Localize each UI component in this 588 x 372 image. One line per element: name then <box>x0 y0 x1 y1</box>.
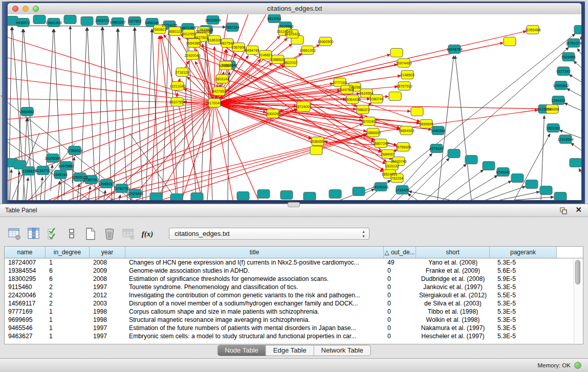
graph-node[interactable] <box>540 186 552 195</box>
table-cell[interactable]: Stergiakouli et al. (2012) <box>416 291 490 299</box>
table-cell[interactable]: 9699695 <box>5 316 46 324</box>
graph-node[interactable] <box>574 26 581 34</box>
graph-node[interactable] <box>389 92 401 101</box>
table-cell[interactable]: 5.9E-5 <box>490 275 557 283</box>
table-cell[interactable]: Embryonic stem cells: a model to study s… <box>125 332 384 340</box>
select-all-columns-button[interactable] <box>46 227 59 240</box>
table-cell[interactable]: 9463627 <box>5 332 46 340</box>
table-cell[interactable]: 1997 <box>90 324 125 332</box>
table-cell[interactable]: 1 <box>46 308 90 316</box>
graph-node[interactable] <box>526 180 538 189</box>
column-header-name[interactable]: name <box>5 247 46 258</box>
table-cell[interactable]: Jankovic et al. (1997) <box>416 283 490 291</box>
table-cell[interactable]: Investigating the contribution of common… <box>125 291 384 299</box>
import-table-button[interactable] <box>122 227 135 240</box>
show-column-button[interactable] <box>27 227 40 240</box>
table-cell[interactable]: 0 <box>384 324 416 332</box>
column-header-short[interactable]: short <box>416 247 490 258</box>
table-cell[interactable]: Tibbo et al. (1998) <box>416 308 490 316</box>
graph-node[interactable] <box>257 190 270 199</box>
table-cell[interactable]: 1998 <box>90 308 125 316</box>
table-cell[interactable]: 19384554 <box>5 267 46 275</box>
table-cell[interactable]: 6 <box>46 275 90 283</box>
graph-node[interactable] <box>554 192 567 201</box>
table-cell[interactable]: 22420046 <box>5 291 46 299</box>
table-cell[interactable]: 9465546 <box>5 324 46 332</box>
graph-node[interactable] <box>448 149 460 158</box>
table-cell[interactable]: 5.5E-5 <box>490 291 557 299</box>
table-cell[interactable]: 2 <box>46 299 90 308</box>
table-cell[interactable]: 0 <box>384 332 416 340</box>
panel-resize-grip[interactable] <box>288 202 300 207</box>
table-row[interactable]: 1872400712008Changes of HCN gene express… <box>5 258 583 267</box>
table-cell[interactable]: 2 <box>46 283 90 291</box>
table-scrollbar[interactable] <box>574 259 582 343</box>
table-cell[interactable]: 1997 <box>90 332 125 340</box>
graph-node[interactable] <box>511 174 524 183</box>
table-row[interactable]: 946554611997Estimation of the future num… <box>5 324 583 332</box>
table-cell[interactable]: 0 <box>384 275 416 283</box>
table-cell[interactable]: 5.3E-5 <box>490 332 557 340</box>
table-cell[interactable]: 1997 <box>90 283 125 291</box>
table-row[interactable]: 1938455462009Genome-wide association stu… <box>5 267 583 275</box>
graph-node[interactable] <box>170 194 183 201</box>
column-header-in_degree[interactable]: in_degree <box>46 247 90 258</box>
graph-node[interactable] <box>64 15 76 24</box>
table-cell[interactable]: Genome-wide association studies in ADHD. <box>125 267 384 275</box>
table-cell[interactable]: Dudbridge et al. (2008) <box>416 275 490 283</box>
table-cell[interactable]: 6 <box>46 267 90 275</box>
table-cell[interactable]: Tourette syndrome. Phenomenology and cla… <box>125 283 384 291</box>
table-cell[interactable]: Hescheler et al. (1997) <box>416 332 490 340</box>
table-cell[interactable]: Yano et al. (2008) <box>416 258 490 267</box>
table-cell[interactable]: 1 <box>46 316 90 324</box>
table-cell[interactable]: 2 <box>46 291 90 299</box>
table-cell[interactable]: Structural magnetic resonance image aver… <box>125 316 384 324</box>
table-cell[interactable]: 0 <box>384 308 416 316</box>
graph-node[interactable] <box>570 159 581 167</box>
panel-collapse-arrow-icon[interactable]: ◂ <box>1 93 3 98</box>
table-cell[interactable]: 1998 <box>90 316 125 324</box>
graph-node[interactable] <box>33 15 46 24</box>
table-cell[interactable]: Corpus callosum shape and size in male p… <box>125 308 384 316</box>
row-height-button[interactable] <box>65 227 78 240</box>
table-cell[interactable]: de Silva et al. (2003) <box>416 299 490 308</box>
table-row[interactable]: 969969511998Structural magnetic resonanc… <box>5 316 583 324</box>
function-builder-button[interactable]: f(x) <box>141 227 154 240</box>
close-panel-button[interactable]: ✕ <box>575 205 582 214</box>
table-cell[interactable]: Franke et al. (2009) <box>416 267 490 275</box>
table-row[interactable]: 946362711997Embryonic stem cells: a mode… <box>5 332 583 340</box>
network-canvas[interactable]: 9435572206914062093719106532671527602646… <box>8 14 581 200</box>
tab-network-table[interactable]: Network Table <box>314 345 371 356</box>
graph-node[interactable] <box>411 107 423 116</box>
graph-node[interactable] <box>191 193 203 201</box>
table-cell[interactable]: 5.3E-5 <box>490 324 557 332</box>
column-header-pagerank[interactable]: pagerank <box>490 247 557 258</box>
table-row[interactable]: 2242004622012Investigating the contribut… <box>5 291 583 299</box>
table-options-button[interactable] <box>8 227 21 240</box>
table-source-combobox[interactable]: citations_edges.txt ▲▼ <box>169 228 369 240</box>
table-cell[interactable]: Estimation of the future numbers of pati… <box>125 324 384 332</box>
new-table-button[interactable] <box>84 227 97 240</box>
graph-node[interactable] <box>150 193 162 201</box>
table-cell[interactable]: 0 <box>384 291 416 299</box>
table-cell[interactable]: 1 <box>46 332 90 340</box>
table-cell[interactable]: Changes of HCN gene expression and I(f) … <box>125 258 384 267</box>
table-cell[interactable]: 14569117 <box>5 299 46 308</box>
graph-node[interactable] <box>465 156 477 164</box>
column-header-out_de[interactable]: △ out_de... <box>384 247 416 258</box>
table-cell[interactable]: 5.3E-5 <box>490 316 557 324</box>
table-cell[interactable]: Estimation of significance thresholds fo… <box>125 275 384 283</box>
table-cell[interactable]: 5.3E-5 <box>490 308 557 316</box>
table-cell[interactable]: Disruption of a novel member of a sodium… <box>125 299 384 308</box>
table-cell[interactable]: 5.6E-5 <box>490 267 557 275</box>
graph-node[interactable] <box>353 187 365 196</box>
table-cell[interactable]: 2008 <box>90 275 125 283</box>
graph-node[interactable] <box>237 192 249 201</box>
graph-node[interactable] <box>310 146 322 155</box>
graph-node[interactable] <box>504 37 516 46</box>
table-cell[interactable]: 2008 <box>90 258 125 267</box>
table-cell[interactable]: 18724007 <box>5 258 46 267</box>
graph-node[interactable] <box>280 191 293 200</box>
table-cell[interactable]: 1 <box>46 258 90 267</box>
table-cell[interactable]: Wolkin et al. (1998) <box>416 316 490 324</box>
